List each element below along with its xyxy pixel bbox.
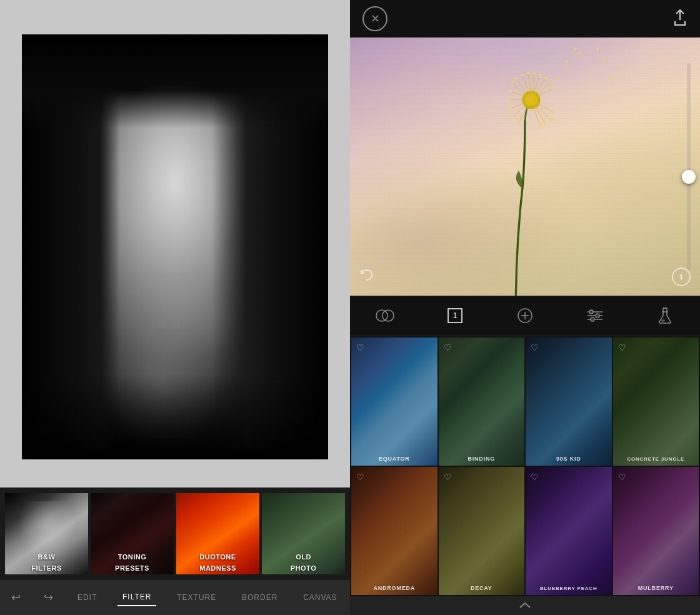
filter-toning-label: TONING xyxy=(91,551,174,563)
tab-texture[interactable]: TEXTURE xyxy=(172,589,221,606)
tab-border[interactable]: BORDER xyxy=(237,589,282,606)
close-button[interactable]: ✕ xyxy=(362,6,388,31)
share-button[interactable] xyxy=(672,9,688,29)
svg-point-33 xyxy=(518,120,521,122)
svg-line-48 xyxy=(612,79,613,88)
dandelion-photo: 1 xyxy=(350,38,700,296)
svg-point-31 xyxy=(509,108,512,110)
svg-point-49 xyxy=(611,77,614,79)
texture-decay[interactable]: ♡ DECAY xyxy=(439,467,525,595)
svg-point-69 xyxy=(661,319,665,322)
layers-tool-button[interactable]: 1 xyxy=(441,302,469,329)
svg-point-65 xyxy=(596,314,599,318)
texture-blueberry-heart[interactable]: ♡ xyxy=(531,472,539,482)
texture-90skid-label: 90S KID xyxy=(526,456,612,462)
svg-point-30 xyxy=(508,99,511,101)
texture-90skid-heart[interactable]: ♡ xyxy=(531,342,539,352)
svg-point-55 xyxy=(382,310,394,321)
texture-equator[interactable]: ♡ EQUATOR xyxy=(351,338,438,466)
filter-oldphoto-label2: PHOTO xyxy=(262,562,345,574)
svg-point-29 xyxy=(509,89,512,92)
texture-mulberry-heart[interactable]: ♡ xyxy=(618,472,626,482)
redo-button[interactable]: ↪ xyxy=(40,587,57,608)
texture-decay-bg xyxy=(439,467,525,595)
svg-point-51 xyxy=(573,48,576,51)
tab-canvas[interactable]: CANVAS xyxy=(298,589,342,606)
texture-decay-heart[interactable]: ♡ xyxy=(444,472,452,482)
svg-point-25 xyxy=(539,74,542,76)
texture-blueberry[interactable]: ♡ BLUEBERRY PEACH xyxy=(526,467,612,595)
filter-duotone-label: DUOTONE xyxy=(176,551,259,563)
svg-line-44 xyxy=(604,61,604,68)
texture-90skid[interactable]: ♡ 90S KID xyxy=(526,338,612,466)
right-middle-toolbar: 1 xyxy=(350,296,700,336)
svg-point-34 xyxy=(551,111,554,114)
texture-concrete[interactable]: ♡ CONCRETE JUNGLE xyxy=(613,338,699,466)
svg-point-41 xyxy=(578,52,581,54)
add-tool-button[interactable] xyxy=(511,302,539,329)
filter-toning[interactable]: TONING PRESETS xyxy=(91,493,174,574)
texture-binding-heart[interactable]: ♡ xyxy=(444,342,452,352)
filter-bw-label: B&W xyxy=(5,551,88,563)
texture-equator-label: EQUATOR xyxy=(351,456,438,462)
svg-point-37 xyxy=(539,124,542,127)
filter-oldphoto[interactable]: OLD PHOTO xyxy=(262,493,345,574)
adjust-tool-button[interactable] xyxy=(581,302,609,329)
filter-thumbnails-row: B&W FILTERS TONING PRESETS DUOTONE MADNE… xyxy=(0,488,350,580)
filter-bw[interactable]: B&W FILTERS xyxy=(5,493,88,574)
texture-mulberry-label: MULBERRY xyxy=(613,585,699,591)
svg-line-46 xyxy=(558,79,558,87)
svg-point-27 xyxy=(548,81,551,84)
texture-grid: ♡ EQUATOR ♡ BINDING ♡ 90S KID ♡ CONCRETE… xyxy=(350,336,700,597)
texture-andromeda[interactable]: ♡ ANDROMEDA xyxy=(351,467,438,595)
blend-tool-button[interactable] xyxy=(371,302,399,329)
filter-duotone-label2: MADNESS xyxy=(176,562,259,574)
texture-andromeda-heart[interactable]: ♡ xyxy=(356,472,364,482)
right-panel: ✕ xyxy=(350,0,700,615)
filter-duotone[interactable]: DUOTONE MADNESS xyxy=(176,493,259,574)
left-panel: B&W FILTERS TONING PRESETS DUOTONE MADNE… xyxy=(0,0,350,615)
svg-point-64 xyxy=(589,310,593,314)
svg-text:1: 1 xyxy=(453,311,458,320)
lab-tool-button[interactable] xyxy=(651,302,679,329)
texture-andromeda-bg xyxy=(351,467,438,595)
svg-point-23 xyxy=(527,72,530,74)
texture-binding[interactable]: ♡ BINDING xyxy=(439,338,525,466)
svg-line-42 xyxy=(591,71,592,78)
intensity-slider[interactable] xyxy=(687,63,691,269)
filter-bw-label2: FILTERS xyxy=(5,562,88,574)
svg-point-45 xyxy=(602,58,606,61)
filter-toning-label2: PRESETS xyxy=(91,562,174,574)
texture-mulberry[interactable]: ♡ MULBERRY xyxy=(613,467,699,595)
svg-line-52 xyxy=(598,50,598,58)
svg-point-20 xyxy=(511,81,514,84)
svg-point-43 xyxy=(589,69,592,71)
svg-point-53 xyxy=(596,48,599,51)
texture-equator-heart[interactable]: ♡ xyxy=(356,342,364,352)
texture-blueberry-label: BLUEBERRY PEACH xyxy=(526,586,612,591)
slider-thumb[interactable] xyxy=(682,170,696,184)
svg-point-35 xyxy=(549,118,552,121)
svg-point-47 xyxy=(556,77,559,79)
texture-concrete-heart[interactable]: ♡ xyxy=(618,342,626,352)
texture-binding-label: BINDING xyxy=(439,456,525,462)
texture-mulberry-bg xyxy=(613,467,699,595)
texture-concrete-label: CONCRETE JUNGLE xyxy=(613,456,699,462)
svg-point-54 xyxy=(376,310,388,321)
scroll-up-button[interactable] xyxy=(350,596,700,615)
tab-edit[interactable]: EDIT xyxy=(72,589,102,606)
svg-point-21 xyxy=(514,77,518,79)
svg-point-36 xyxy=(544,122,548,125)
texture-binding-bg xyxy=(439,338,525,466)
undo-button[interactable]: ↩ xyxy=(8,587,24,608)
svg-point-39 xyxy=(565,61,568,63)
svg-point-22 xyxy=(521,74,524,76)
tab-filter[interactable]: FILTER xyxy=(118,589,156,606)
dandelion-svg xyxy=(350,38,700,296)
undo-icon[interactable] xyxy=(359,268,374,286)
photo-area xyxy=(0,0,350,488)
right-top-bar: ✕ xyxy=(350,0,700,38)
svg-line-40 xyxy=(579,54,579,62)
filter-oldphoto-label: OLD xyxy=(262,551,345,563)
texture-concrete-bg xyxy=(613,338,699,466)
